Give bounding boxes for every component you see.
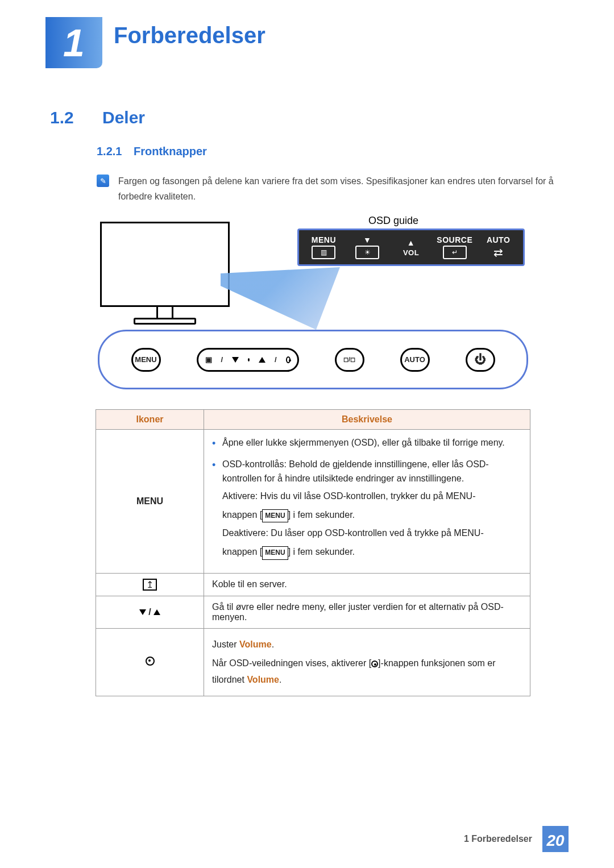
osd-bar: MENU ▥ ▼ ☀ ▲ VOL SOURCE ↵ AUTO ⇄ [297, 229, 525, 266]
panel-arrows-button: ▣/ / [197, 348, 299, 372]
osd-enter-icon: ↵ [443, 246, 467, 259]
row-server-desc: Koble til en server. [204, 573, 530, 596]
osd-menu-icon: ▥ [312, 246, 335, 259]
volume-keyword: Volume [239, 639, 272, 649]
panel-power-button: ⏻ [466, 348, 495, 372]
page-footer: 1 Forberedelser 20 [464, 826, 569, 852]
osd-brightness-icon: ☀ [355, 246, 379, 259]
chapter-title: Forberedelser [114, 23, 265, 48]
menu-badge-icon: MENU [262, 509, 288, 523]
note-icon: ✎ [97, 175, 109, 187]
callout-beam [221, 267, 340, 330]
diagram: OSD guide MENU ▥ ▼ ☀ ▲ VOL SOURCE ↵ AUTO… [96, 210, 530, 398]
subsection-number: 1.2.1 [97, 145, 122, 158]
osd-source-label: SOURCE [437, 235, 472, 244]
chapter-number: 1 [63, 20, 85, 65]
button-description-table: Ikoner Beskrivelse MENU Åpne eller lukke… [96, 409, 530, 696]
row-volume-icon [96, 628, 204, 696]
screen-up-icon: ▣ [205, 355, 212, 364]
osd-menu-label: MENU [312, 235, 336, 244]
th-icons: Ikoner [96, 410, 204, 430]
osd-down-icon: ▼ [363, 235, 371, 244]
note-text: Fargen og fasongen på delene kan variere… [118, 173, 569, 204]
menu-bullet-2: OSD-kontrollås: Behold de gjeldende inns… [212, 457, 522, 560]
row-menu-icon: MENU [96, 430, 204, 574]
section-title: Deler [102, 108, 145, 127]
screen-up-icon: ↥ [143, 579, 157, 591]
subsection-title: Frontknapper [134, 145, 207, 158]
chapter-tab: 1 [45, 17, 102, 68]
triangle-up-icon [154, 609, 160, 615]
triangle-down-icon [139, 609, 146, 615]
row-arrows-desc: Gå til øvre eller nedre meny, eller just… [204, 596, 530, 628]
osd-vol-label: VOL [403, 248, 419, 257]
row-arrows-icon: / [96, 596, 204, 628]
row-volume-desc: Juster Volume. Når OSD-veiledningen vise… [204, 628, 530, 696]
row-menu-desc: Åpne eller lukke skjermmenyen (OSD), ell… [204, 430, 530, 574]
footer-page-number: 20 [542, 826, 569, 852]
osd-guide-label: OSD guide [368, 215, 418, 227]
osd-auto-label: AUTO [487, 235, 510, 244]
panel-source-button: ◻/◻ [335, 348, 364, 372]
triangle-up-icon [259, 357, 265, 363]
target-icon [146, 657, 155, 666]
osd-up-icon: ▲ [407, 238, 415, 247]
panel-auto-button: AUTO [400, 348, 430, 372]
target-icon [286, 356, 291, 363]
th-desc: Beskrivelse [204, 410, 530, 430]
menu-bullet-1: Åpne eller lukke skjermmenyen (OSD), ell… [212, 435, 522, 450]
menu-badge-icon: MENU [262, 546, 288, 560]
target-icon [371, 661, 378, 667]
volume-keyword: Volume [247, 675, 279, 684]
section-number: 1.2 [50, 108, 74, 127]
dot-icon [248, 358, 250, 362]
osd-auto-icon: ⇄ [487, 246, 511, 259]
row-server-icon: ↥ [96, 573, 204, 596]
footer-chapter: 1 Forberedelser [464, 834, 532, 844]
front-panel: MENU ▣/ / ◻/◻ AUTO ⏻ [98, 330, 528, 389]
triangle-down-icon [232, 357, 239, 363]
panel-menu-button: MENU [131, 348, 161, 372]
monitor-illustration [100, 222, 230, 335]
